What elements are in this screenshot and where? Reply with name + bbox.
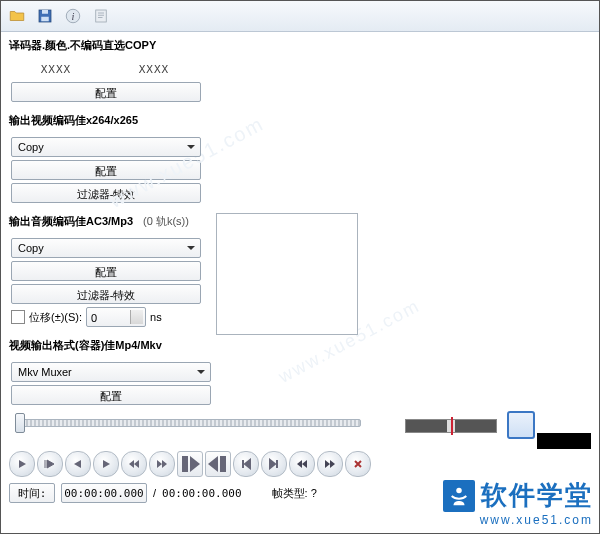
rewind-button[interactable]	[121, 451, 147, 477]
black-indicator	[537, 433, 591, 449]
info-icon[interactable]: i	[61, 4, 85, 28]
transport-controls	[9, 451, 371, 477]
col1-label: XXXX	[11, 63, 101, 76]
main-toolbar: i	[1, 1, 599, 32]
container-title: 视频输出格式(容器)佳Mp4/Mkv	[1, 332, 599, 357]
prev-black-button[interactable]	[289, 451, 315, 477]
next-frame-button[interactable]	[93, 451, 119, 477]
brand-url: www.xue51.com	[393, 513, 593, 527]
last-kf-button[interactable]	[261, 451, 287, 477]
time-sep: /	[153, 487, 156, 499]
jog-slider[interactable]	[403, 417, 499, 435]
shift-checkbox[interactable]	[11, 310, 25, 324]
svg-point-7	[456, 487, 462, 493]
shift-label: 位移(±)(S):	[29, 310, 82, 325]
audio-config-button[interactable]: 配置	[11, 261, 201, 281]
container-config-button[interactable]: 配置	[11, 385, 211, 405]
audio-codec-value: Copy	[18, 238, 44, 258]
brand: 软件学堂 www.xue51.com	[393, 478, 593, 527]
svg-rect-2	[41, 17, 49, 22]
save-icon[interactable]	[33, 4, 57, 28]
timeline-slider[interactable]	[9, 411, 369, 435]
script-icon[interactable]	[89, 4, 113, 28]
container-select[interactable]: Mkv Muxer	[11, 362, 211, 382]
video-enc-title: 输出视频编码佳x264/x265	[1, 107, 599, 132]
frame-type-label: 帧类型: ?	[272, 486, 317, 501]
svg-rect-6	[182, 456, 188, 472]
video-config-button[interactable]: 配置	[11, 160, 201, 180]
jog-center-mark	[451, 417, 453, 435]
marker-b-button[interactable]	[205, 451, 231, 477]
prev-frame-button[interactable]	[65, 451, 91, 477]
timeline-track	[17, 419, 361, 427]
time-label: 时间:	[9, 483, 55, 503]
status-row: 时间: 00:00:00.000 / 00:00:00.000 帧类型: ?	[9, 483, 317, 503]
decoder-config-button[interactable]: 配置	[11, 82, 201, 102]
loop-button[interactable]	[507, 411, 535, 439]
delete-button[interactable]	[345, 451, 371, 477]
marker-a-button[interactable]	[177, 451, 203, 477]
forward-button[interactable]	[149, 451, 175, 477]
shift-value-input[interactable]: 0	[86, 307, 146, 327]
decoder-title: 译码器.颜色.不编码直选COPY	[1, 32, 599, 57]
stop-button[interactable]	[37, 451, 63, 477]
time-total: 00:00:00.000	[162, 487, 241, 500]
video-codec-select[interactable]: Copy	[11, 137, 201, 157]
audio-codec-select[interactable]: Copy	[11, 238, 201, 258]
audio-filter-button[interactable]: 过滤器-特效	[11, 284, 201, 304]
shift-unit: ns	[150, 311, 162, 323]
brand-name: 软件学堂	[481, 478, 593, 513]
svg-rect-5	[96, 10, 107, 22]
brand-logo-icon	[443, 480, 475, 512]
audio-enc-title: 输出音频编码佳AC3/Mp3	[9, 214, 133, 229]
video-codec-value: Copy	[18, 137, 44, 157]
time-current-input[interactable]: 00:00:00.000	[61, 483, 147, 503]
next-black-button[interactable]	[317, 451, 343, 477]
timeline-handle[interactable]	[15, 413, 25, 433]
container-value: Mkv Muxer	[18, 362, 72, 382]
svg-text:i: i	[72, 11, 75, 22]
first-kf-button[interactable]	[233, 451, 259, 477]
video-filter-button[interactable]: 过滤器-特效	[11, 183, 201, 203]
audio-tracks-count: (0 轨k(s))	[143, 214, 189, 229]
preview-area	[216, 213, 358, 335]
play-button[interactable]	[9, 451, 35, 477]
col2-label: XXXX	[109, 63, 199, 76]
folder-icon[interactable]	[5, 4, 29, 28]
svg-rect-1	[42, 10, 48, 14]
